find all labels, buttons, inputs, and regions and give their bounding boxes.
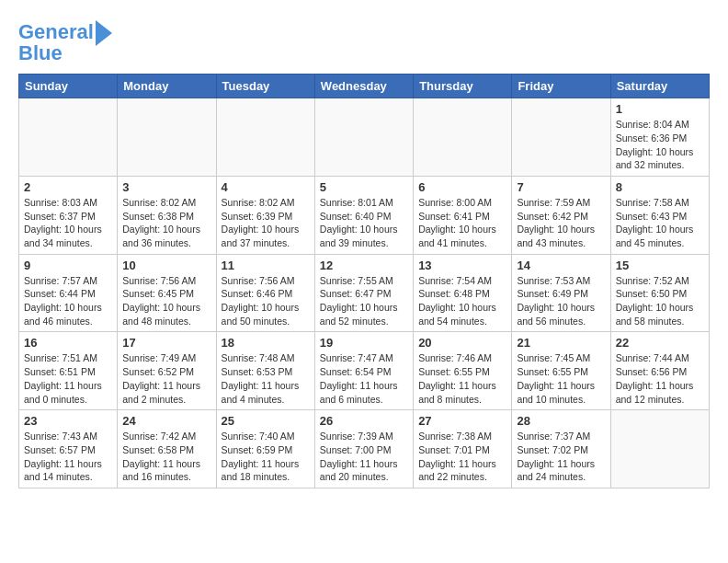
calendar-cell [19,98,118,177]
day-info: Sunrise: 7:37 AM Sunset: 7:02 PM Dayligh… [517,430,605,484]
day-info: Sunrise: 7:48 AM Sunset: 6:53 PM Dayligh… [222,351,310,406]
day-info: Sunrise: 7:56 AM Sunset: 6:46 PM Dayligh… [222,274,310,328]
day-number: 20 [418,336,506,350]
day-info: Sunrise: 7:42 AM Sunset: 6:58 PM Dayligh… [122,430,210,484]
day-number: 28 [517,414,605,428]
calendar-cell: 9Sunrise: 7:57 AM Sunset: 6:44 PM Daylig… [19,254,118,332]
day-info: Sunrise: 7:58 AM Sunset: 6:43 PM Dayligh… [616,196,704,250]
calendar-cell: 25Sunrise: 7:40 AM Sunset: 6:59 PM Dayli… [216,410,314,488]
day-info: Sunrise: 7:47 AM Sunset: 6:54 PM Dayligh… [320,351,408,406]
weekday-header: Friday [512,75,610,98]
day-info: Sunrise: 7:49 AM Sunset: 6:52 PM Dayligh… [122,351,210,406]
day-number: 1 [616,102,704,116]
day-info: Sunrise: 8:03 AM Sunset: 6:37 PM Dayligh… [24,196,112,250]
calendar-week-row: 1Sunrise: 8:04 AM Sunset: 6:36 PM Daylig… [19,98,710,177]
calendar-cell: 2Sunrise: 8:03 AM Sunset: 6:37 PM Daylig… [19,176,118,254]
calendar-week-row: 9Sunrise: 7:57 AM Sunset: 6:44 PM Daylig… [19,254,710,332]
day-info: Sunrise: 7:40 AM Sunset: 6:59 PM Dayligh… [222,430,310,484]
calendar-cell [314,98,413,177]
weekday-header: Sunday [19,75,118,98]
calendar-cell: 5Sunrise: 8:01 AM Sunset: 6:40 PM Daylig… [314,176,413,254]
day-number: 13 [418,259,506,272]
day-number: 23 [24,414,112,428]
logo-arrow-icon [96,20,112,46]
calendar-cell [414,98,512,177]
day-number: 7 [517,180,605,194]
day-number: 21 [517,336,605,350]
weekday-header-row: SundayMondayTuesdayWednesdayThursdayFrid… [19,75,710,98]
calendar-cell [610,410,709,488]
calendar-cell: 3Sunrise: 8:02 AM Sunset: 6:38 PM Daylig… [118,176,216,254]
calendar-cell: 24Sunrise: 7:42 AM Sunset: 6:58 PM Dayli… [118,410,216,488]
day-info: Sunrise: 8:01 AM Sunset: 6:40 PM Dayligh… [320,196,408,250]
calendar-cell: 8Sunrise: 7:58 AM Sunset: 6:43 PM Daylig… [610,176,709,254]
day-info: Sunrise: 8:02 AM Sunset: 6:38 PM Dayligh… [122,196,210,250]
day-number: 12 [320,259,408,272]
calendar-cell: 26Sunrise: 7:39 AM Sunset: 7:00 PM Dayli… [314,410,413,488]
day-number: 27 [418,414,506,428]
calendar-cell: 22Sunrise: 7:44 AM Sunset: 6:56 PM Dayli… [610,332,709,410]
day-info: Sunrise: 7:46 AM Sunset: 6:55 PM Dayligh… [418,351,506,406]
day-number: 16 [24,336,112,350]
day-number: 3 [122,180,210,194]
day-info: Sunrise: 7:39 AM Sunset: 7:00 PM Dayligh… [320,430,408,484]
day-number: 11 [222,259,310,272]
calendar-cell: 18Sunrise: 7:48 AM Sunset: 6:53 PM Dayli… [216,332,314,410]
day-info: Sunrise: 7:45 AM Sunset: 6:55 PM Dayligh… [517,351,605,406]
day-number: 19 [320,336,408,350]
calendar-cell [216,98,314,177]
calendar-cell: 12Sunrise: 7:55 AM Sunset: 6:47 PM Dayli… [314,254,413,332]
calendar-cell [512,98,610,177]
calendar-cell: 13Sunrise: 7:54 AM Sunset: 6:48 PM Dayli… [414,254,512,332]
day-number: 25 [222,414,310,428]
day-number: 26 [320,414,408,428]
logo: General Blue [18,18,112,64]
day-number: 10 [122,259,210,272]
day-info: Sunrise: 8:00 AM Sunset: 6:41 PM Dayligh… [418,196,506,250]
calendar-cell: 17Sunrise: 7:49 AM Sunset: 6:52 PM Dayli… [118,332,216,410]
day-number: 2 [24,180,112,194]
calendar-cell: 1Sunrise: 8:04 AM Sunset: 6:36 PM Daylig… [610,98,709,177]
calendar-cell: 6Sunrise: 8:00 AM Sunset: 6:41 PM Daylig… [414,176,512,254]
weekday-header: Monday [118,75,216,98]
logo-blue-text: Blue [18,42,63,64]
calendar-cell: 7Sunrise: 7:59 AM Sunset: 6:42 PM Daylig… [512,176,610,254]
day-info: Sunrise: 7:54 AM Sunset: 6:48 PM Dayligh… [418,274,506,328]
day-number: 22 [616,336,704,350]
calendar-cell: 28Sunrise: 7:37 AM Sunset: 7:02 PM Dayli… [512,410,610,488]
day-number: 6 [418,180,506,194]
calendar-cell: 19Sunrise: 7:47 AM Sunset: 6:54 PM Dayli… [314,332,413,410]
day-number: 18 [222,336,310,350]
day-number: 17 [122,336,210,350]
calendar-cell: 10Sunrise: 7:56 AM Sunset: 6:45 PM Dayli… [118,254,216,332]
day-info: Sunrise: 7:38 AM Sunset: 7:01 PM Dayligh… [418,430,506,484]
weekday-header: Saturday [610,75,709,98]
day-info: Sunrise: 7:53 AM Sunset: 6:49 PM Dayligh… [517,274,605,328]
day-info: Sunrise: 7:57 AM Sunset: 6:44 PM Dayligh… [24,274,112,328]
day-number: 5 [320,180,408,194]
day-info: Sunrise: 8:02 AM Sunset: 6:39 PM Dayligh… [222,196,310,250]
calendar-cell: 23Sunrise: 7:43 AM Sunset: 6:57 PM Dayli… [19,410,118,488]
logo-text: General [18,21,94,43]
day-number: 9 [24,259,112,272]
day-number: 15 [616,259,704,272]
calendar-cell: 20Sunrise: 7:46 AM Sunset: 6:55 PM Dayli… [414,332,512,410]
calendar-cell [118,98,216,177]
day-info: Sunrise: 8:04 AM Sunset: 6:36 PM Dayligh… [616,118,704,172]
calendar-week-row: 16Sunrise: 7:51 AM Sunset: 6:51 PM Dayli… [19,332,710,410]
weekday-header: Thursday [414,75,512,98]
weekday-header: Tuesday [216,75,314,98]
weekday-header: Wednesday [314,75,413,98]
calendar-table: SundayMondayTuesdayWednesdayThursdayFrid… [18,74,710,488]
calendar-cell: 21Sunrise: 7:45 AM Sunset: 6:55 PM Dayli… [512,332,610,410]
day-number: 14 [517,259,605,272]
calendar-cell: 15Sunrise: 7:52 AM Sunset: 6:50 PM Dayli… [610,254,709,332]
calendar-cell: 16Sunrise: 7:51 AM Sunset: 6:51 PM Dayli… [19,332,118,410]
calendar-cell: 14Sunrise: 7:53 AM Sunset: 6:49 PM Dayli… [512,254,610,332]
calendar-cell: 27Sunrise: 7:38 AM Sunset: 7:01 PM Dayli… [414,410,512,488]
page-header: General Blue [18,18,710,64]
day-number: 24 [122,414,210,428]
calendar-week-row: 2Sunrise: 8:03 AM Sunset: 6:37 PM Daylig… [19,176,710,254]
calendar-week-row: 23Sunrise: 7:43 AM Sunset: 6:57 PM Dayli… [19,410,710,488]
day-info: Sunrise: 7:44 AM Sunset: 6:56 PM Dayligh… [616,351,704,406]
